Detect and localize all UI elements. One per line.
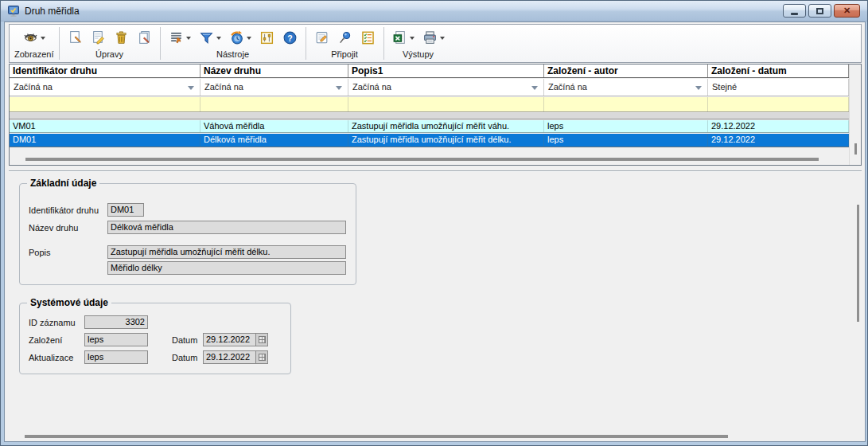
groupbox-zakladni-udaje: Základní údaje Identifikátor druhu DM01 … xyxy=(19,183,356,285)
toolbar-group-zobrazeni: Zobrazení xyxy=(10,25,59,62)
close-button[interactable]: ✕ xyxy=(834,4,860,18)
svg-text:?: ? xyxy=(287,33,292,43)
popis-field-1: Zastupují měřidla umožňující měřit délku… xyxy=(107,245,346,259)
delete-record-button[interactable] xyxy=(111,28,132,48)
maximize-icon xyxy=(816,8,823,14)
cell-desc: Zastupují měřidla umožňující měřit délku… xyxy=(348,134,544,147)
dropdown-arrow-icon xyxy=(41,37,45,42)
excel-export-icon xyxy=(392,30,407,45)
dropdown-arrow-icon xyxy=(186,37,191,42)
filter-operator-dropdown[interactable]: Začíná na xyxy=(348,79,544,96)
field-label-id-zaznamu: ID záznamu xyxy=(29,318,76,327)
filter-operator-label: Začíná na xyxy=(204,82,243,92)
grid-vertical-scrollbar[interactable] xyxy=(849,65,861,165)
refresh-icon xyxy=(229,30,244,45)
filter-operator-dropdown[interactable]: Stejné xyxy=(708,79,849,96)
filter-input[interactable] xyxy=(348,97,544,111)
minimize-icon xyxy=(791,13,798,15)
print-button[interactable] xyxy=(419,28,448,48)
toolbar-group-upravy: Úpravy xyxy=(60,25,160,62)
cell-date: 29.12.2022 xyxy=(708,120,849,132)
column-header-autor[interactable]: Založení - autor xyxy=(544,65,708,77)
filter-input[interactable] xyxy=(708,97,849,111)
list-view-icon xyxy=(169,30,184,45)
copy-record-icon xyxy=(137,30,152,45)
filter-input[interactable] xyxy=(200,97,348,111)
filter-operator-label: Začíná na xyxy=(548,82,587,92)
dropdown-arrow-icon xyxy=(440,37,445,42)
aktualizace-user-field: leps xyxy=(84,350,148,364)
field-label-zalozeni: Založení xyxy=(29,335,62,345)
app-window: Druh měřidla ✕ xyxy=(0,0,868,446)
cell-desc: Zastupují měřidla umožňující měřit váhu. xyxy=(348,120,544,132)
excel-export-button[interactable] xyxy=(389,28,418,48)
aktualizace-date-field: 29.12.2022 xyxy=(203,350,256,364)
filter-icon xyxy=(199,30,214,45)
records-grid: Identifikátor druhu Název druhu Popis1 Z… xyxy=(9,64,862,166)
toolbar-group-label: Úpravy xyxy=(64,49,155,61)
grid-header-row: Identifikátor druhu Název druhu Popis1 Z… xyxy=(10,65,849,78)
new-record-button[interactable] xyxy=(64,28,86,48)
settings-icon xyxy=(259,30,274,45)
dropdown-arrow-icon xyxy=(410,37,415,42)
filter-operator-label: Začíná na xyxy=(352,82,391,92)
help-button[interactable]: ? xyxy=(279,28,301,48)
table-row-vm01[interactable]: VM01 Váhová měřidla Zastupují měřidla um… xyxy=(10,120,849,133)
chevron-down-icon xyxy=(336,86,342,93)
cell-name: Délková měřidla xyxy=(200,134,348,147)
bottom-horizontal-scrollbar[interactable] xyxy=(5,430,865,441)
zalozeni-date-group: 29.12.2022 xyxy=(203,333,268,346)
column-header-datum[interactable]: Založení - datum xyxy=(708,65,849,77)
dropdown-arrow-icon xyxy=(247,37,251,42)
maximize-button[interactable] xyxy=(808,4,831,18)
chevron-down-icon xyxy=(531,86,538,93)
attach-note-button[interactable] xyxy=(311,28,333,48)
filter-operator-dropdown[interactable]: Začíná na xyxy=(200,79,348,96)
identifikator-field: DM01 xyxy=(107,203,144,217)
filter-input[interactable] xyxy=(10,97,200,111)
edit-record-button[interactable] xyxy=(88,28,109,48)
filter-operator-label: Začíná na xyxy=(14,82,53,92)
help-icon: ? xyxy=(282,30,298,45)
column-header-identifikator[interactable]: Identifikátor druhu xyxy=(10,65,200,77)
copy-record-button[interactable] xyxy=(134,28,155,48)
toolbar-group-nastroje: ? Nástroje xyxy=(161,25,306,62)
zalozeni-date-field: 29.12.2022 xyxy=(203,333,256,346)
table-row-dm01-selected[interactable]: DM01 Délková měřidla Zastupují měřidla u… xyxy=(10,134,849,147)
delete-record-icon xyxy=(114,30,129,45)
chevron-down-icon xyxy=(695,86,702,93)
toolbar-group-vystupy: Výstupy xyxy=(384,25,453,62)
new-record-icon xyxy=(68,30,83,45)
minimize-button[interactable] xyxy=(783,4,806,18)
titlebar: Druh měřidla ✕ xyxy=(1,1,867,22)
column-header-nazev[interactable]: Název druhu xyxy=(200,65,348,77)
zalozeni-user-field: leps xyxy=(84,333,148,346)
scrollbar-thumb[interactable] xyxy=(854,143,857,155)
field-label-datum: Datum xyxy=(172,335,197,345)
cell-id: VM01 xyxy=(10,120,200,132)
pin-button[interactable] xyxy=(334,28,356,48)
list-view-button[interactable] xyxy=(165,28,194,48)
settings-button[interactable] xyxy=(256,28,278,48)
field-label-nazev: Název druhu xyxy=(29,223,78,233)
filter-input[interactable] xyxy=(544,97,708,111)
cell-author: leps xyxy=(544,134,708,147)
groupbox-systemove-udaje: Systémové údaje ID záznamu 3302 Založení… xyxy=(19,303,291,374)
pin-icon xyxy=(337,30,352,45)
filter-operator-dropdown[interactable]: Začíná na xyxy=(544,79,708,96)
grid-filter-operator-row: Začíná na Začíná na Začíná na Začíná na … xyxy=(10,79,849,96)
view-button[interactable] xyxy=(20,28,49,48)
field-label-identifikator: Identifikátor druhu xyxy=(29,205,99,215)
scrollbar-thumb[interactable] xyxy=(25,158,819,161)
checklist-button[interactable] xyxy=(357,28,379,48)
toolbar-group-label: Zobrazení xyxy=(14,49,54,61)
detail-vertical-scrollbar-thumb[interactable] xyxy=(857,205,859,322)
scrollbar-thumb[interactable] xyxy=(25,435,728,438)
cell-author: leps xyxy=(544,120,708,132)
filter-operator-dropdown[interactable]: Začíná na xyxy=(10,79,200,96)
aktualizace-date-group: 29.12.2022 xyxy=(203,350,268,364)
refresh-button[interactable] xyxy=(226,28,255,48)
column-header-popis[interactable]: Popis1 xyxy=(348,65,544,77)
filter-button[interactable] xyxy=(196,28,224,48)
grid-horizontal-scrollbar[interactable] xyxy=(10,148,849,165)
